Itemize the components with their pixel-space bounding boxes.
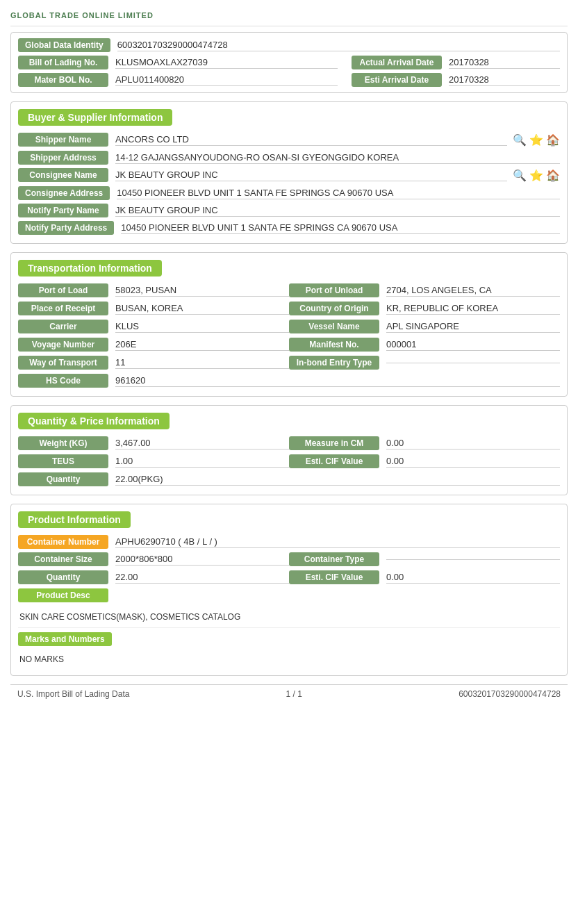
product-desc-row: Product Desc: [18, 588, 560, 605]
weight-value: 3,467.00: [115, 438, 289, 449]
footer-left: U.S. Import Bill of Lading Data: [17, 689, 129, 699]
transportation-section: Transportation Information Port of Load …: [10, 252, 568, 397]
top-info-block: Global Data Identity 6003201703290000474…: [10, 32, 568, 93]
place-receipt-label: Place of Receipt: [18, 302, 108, 315]
marks-label-row: Marks and Numbers: [18, 632, 560, 649]
carrier-value: KLUS: [115, 321, 289, 333]
container-number-row: Container Number APHU6290710 ( 4B / L / …: [18, 535, 560, 549]
quantity-price-title: Quantity & Price Information: [18, 413, 170, 429]
shipper-search-icon[interactable]: 🔍: [513, 133, 527, 147]
consignee-address-row: Consignee Address 10450 PIONEER BLVD UNI…: [18, 186, 560, 200]
teus-col: TEUS 1.00: [18, 454, 289, 468]
hs-code-row: HS Code 961620: [18, 374, 560, 388]
voyage-col: Voyage Number 206E: [18, 338, 289, 352]
global-data-label: Global Data Identity: [18, 38, 110, 52]
product-esti-cif-value: 0.00: [386, 572, 560, 584]
carrier-vessel-row: Carrier KLUS Vessel Name APL SINGAPORE: [18, 320, 560, 333]
way-transport-inbond-row: Way of Transport 11 In-bond Entry Type: [18, 356, 560, 370]
bol-value: KLUSMOAXLAX27039: [115, 57, 338, 69]
vessel-name-value: APL SINGAPORE: [386, 321, 560, 333]
notify-party-name-label: Notify Party Name: [18, 204, 108, 217]
product-info-title: Product Information: [18, 511, 131, 528]
consignee-star-icon[interactable]: ⭐: [529, 169, 543, 182]
bol-label: Bill of Lading No.: [18, 56, 108, 69]
container-type-col: Container Type: [289, 552, 560, 566]
logo-text: GLOBAL TRADE ONLINE LIMITED: [10, 11, 154, 19]
transportation-title: Transportation Information: [18, 260, 162, 277]
teus-esti-row: TEUS 1.00 Esti. CIF Value 0.00: [18, 454, 560, 468]
consignee-name-label: Consignee Name: [18, 168, 108, 182]
hs-code-value: 961620: [115, 375, 560, 387]
inbond-label: In-bond Entry Type: [289, 356, 379, 370]
place-receipt-country-row: Place of Receipt BUSAN, KOREA Country of…: [18, 302, 560, 315]
global-data-value: 6003201703290000474728: [117, 40, 560, 51]
way-transport-value: 11: [115, 357, 289, 369]
footer-center: 1 / 1: [286, 689, 302, 699]
container-number-value: APHU6290710 ( 4B / L / ): [115, 536, 560, 548]
notify-party-name-row: Notify Party Name JK BEAUTY GROUP INC: [18, 204, 560, 217]
product-desc-label: Product Desc: [18, 588, 108, 602]
weight-col: Weight (KG) 3,467.00: [18, 436, 289, 450]
shipper-home-icon[interactable]: 🏠: [546, 133, 560, 147]
voyage-value: 206E: [115, 339, 289, 351]
mater-bol-value: APLU011400820: [115, 74, 338, 86]
port-load-label: Port of Load: [18, 283, 108, 297]
quantity-row: Quantity 22.00(PKG): [18, 472, 560, 486]
product-quantity-esti-row: Quantity 22.00 Esti. CIF Value 0.00: [18, 570, 560, 584]
shipper-star-icon[interactable]: ⭐: [529, 133, 543, 147]
consignee-address-value: 10450 PIONEER BLVD UNIT 1 SANTA FE SPRIN…: [117, 188, 560, 199]
measure-value: 0.00: [386, 438, 560, 449]
country-origin-value: KR, REPUBLIC OF KOREA: [386, 303, 560, 315]
notify-party-address-value: 10450 PIONEER BLVD UNIT 1 SANTA FE SPRIN…: [121, 222, 560, 234]
manifest-label: Manifest No.: [289, 338, 379, 352]
consignee-icons: 🔍 ⭐ 🏠: [513, 169, 560, 182]
consignee-home-icon[interactable]: 🏠: [546, 169, 560, 182]
place-receipt-col: Place of Receipt BUSAN, KOREA: [18, 302, 289, 315]
carrier-col: Carrier KLUS: [18, 320, 289, 333]
mater-bol-row: Mater BOL No. APLU011400820 Esti Arrival…: [18, 73, 560, 87]
port-load-col: Port of Load 58023, PUSAN: [18, 283, 289, 297]
container-size-label: Container Size: [18, 552, 108, 566]
product-quantity-value: 22.00: [115, 572, 289, 584]
consignee-name-value: JK BEAUTY GROUP INC: [115, 170, 507, 181]
mater-bol-label: Mater BOL No.: [18, 73, 108, 87]
quantity-label: Quantity: [18, 472, 108, 486]
container-number-label: Container Number: [18, 535, 108, 549]
buyer-supplier-section: Buyer & Supplier Information Shipper Nam…: [10, 101, 568, 244]
inbond-col: In-bond Entry Type: [289, 356, 560, 370]
product-quantity-label: Quantity: [18, 570, 108, 584]
footer-right: 6003201703290000474728: [459, 689, 561, 699]
shipper-address-value: 14-12 GAJANGSANYOUDONG-RO OSAN-SI GYEONG…: [115, 152, 560, 164]
port-unload-label: Port of Unload: [289, 283, 379, 297]
voyage-label: Voyage Number: [18, 338, 108, 352]
buyer-supplier-title: Buyer & Supplier Information: [18, 109, 172, 126]
way-transport-label: Way of Transport: [18, 356, 108, 370]
consignee-search-icon[interactable]: 🔍: [513, 169, 527, 182]
container-size-type-row: Container Size 2000*806*800 Container Ty…: [18, 552, 560, 566]
container-type-label: Container Type: [289, 552, 379, 566]
main-page: GLOBAL TRADE ONLINE LIMITED Global Data …: [0, 0, 578, 924]
product-quantity-col: Quantity 22.00: [18, 570, 289, 584]
measure-label: Measure in CM: [289, 436, 379, 450]
port-load-value: 58023, PUSAN: [115, 285, 289, 297]
manifest-col: Manifest No. 000001: [289, 338, 560, 352]
notify-party-address-label: Notify Party Address: [18, 221, 114, 235]
consignee-name-col: Consignee Name JK BEAUTY GROUP INC: [18, 168, 507, 182]
logo-bar: GLOBAL TRADE ONLINE LIMITED: [10, 7, 568, 26]
container-size-col: Container Size 2000*806*800: [18, 552, 289, 566]
esti-arrival-label: Esti Arrival Date: [352, 73, 442, 87]
esti-cif-label: Esti. CIF Value: [289, 454, 379, 468]
measure-col: Measure in CM 0.00: [289, 436, 560, 450]
shipper-name-value: ANCORS CO LTD: [115, 134, 507, 146]
port-unload-value: 2704, LOS ANGELES, CA: [386, 285, 560, 297]
weight-measure-row: Weight (KG) 3,467.00 Measure in CM 0.00: [18, 436, 560, 450]
product-info-section: Product Information Container Number APH…: [10, 504, 568, 676]
manifest-value: 000001: [386, 339, 560, 351]
shipper-icons: 🔍 ⭐ 🏠: [513, 133, 560, 147]
actual-arrival-value: 20170328: [449, 57, 560, 69]
quantity-price-section: Quantity & Price Information Weight (KG)…: [10, 405, 568, 495]
vessel-name-col: Vessel Name APL SINGAPORE: [289, 320, 560, 333]
way-transport-col: Way of Transport 11: [18, 356, 289, 370]
port-unload-col: Port of Unload 2704, LOS ANGELES, CA: [289, 283, 560, 297]
shipper-address-label: Shipper Address: [18, 151, 108, 165]
